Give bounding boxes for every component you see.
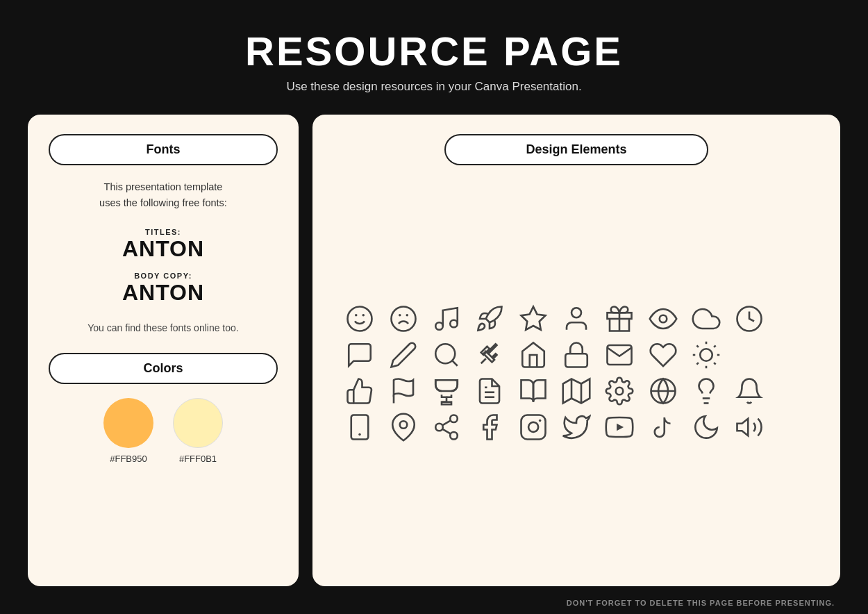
svg-rect-47 — [521, 415, 545, 440]
icon-person — [557, 304, 596, 333]
main-content: Fonts This presentation templateuses the… — [0, 108, 868, 593]
icon-music — [427, 304, 466, 333]
icon-youtube — [600, 413, 639, 442]
icon-facebook — [470, 413, 509, 442]
svg-marker-50 — [737, 419, 749, 436]
svg-line-45 — [442, 429, 451, 434]
icon-twitter — [557, 413, 596, 442]
design-elements-panel: Design Elements — [312, 115, 840, 586]
icon-rocket — [470, 304, 509, 333]
icon-placeholder-4 — [774, 376, 812, 406]
icon-thumbsup — [340, 376, 379, 406]
design-elements-badge: Design Elements — [444, 134, 708, 165]
icon-share — [427, 413, 466, 442]
svg-line-16 — [481, 358, 486, 363]
svg-marker-8 — [521, 307, 545, 330]
titles-font-name: ANTON — [122, 236, 204, 262]
svg-point-6 — [435, 322, 443, 330]
icon-mail — [600, 340, 639, 370]
icon-phone — [340, 413, 379, 442]
icon-flag — [383, 376, 422, 406]
svg-line-21 — [696, 345, 698, 347]
icon-moon — [687, 413, 726, 442]
color-circle-2 — [173, 398, 223, 448]
icon-sad — [383, 304, 422, 333]
color-swatch-2: #FFF0B1 — [173, 398, 223, 464]
icon-sun — [687, 340, 726, 370]
icon-search — [427, 340, 466, 370]
icon-globe — [644, 376, 683, 406]
svg-line-46 — [442, 420, 451, 425]
icon-pin — [470, 340, 509, 370]
svg-point-43 — [435, 424, 443, 431]
fonts-badge: Fonts — [49, 134, 278, 165]
icon-eye — [644, 304, 683, 333]
colors-badge: Colors — [49, 353, 278, 384]
icon-placeholder-1 — [774, 304, 812, 333]
svg-point-12 — [659, 315, 667, 323]
svg-point-14 — [435, 344, 455, 363]
icon-heart — [644, 340, 683, 370]
page-header: RESOURCE PAGE Use these design resources… — [245, 0, 623, 108]
svg-rect-28 — [442, 402, 451, 405]
svg-marker-49 — [617, 424, 624, 431]
icon-pencil — [383, 340, 422, 370]
footer: DON'T FORGET TO DELETE THIS PAGE BEFORE … — [0, 593, 868, 614]
icon-book — [513, 376, 552, 406]
icon-bulb — [687, 376, 726, 406]
color-swatches: #FFB950 #FFF0B1 — [49, 398, 278, 464]
svg-point-41 — [399, 421, 407, 429]
icon-bell — [730, 376, 769, 406]
svg-point-9 — [571, 308, 581, 317]
icon-instagram — [513, 413, 552, 442]
icon-home — [513, 340, 552, 370]
body-font-name: ANTON — [122, 280, 204, 306]
fonts-description: This presentation templateuses the follo… — [99, 179, 227, 211]
icon-location — [383, 413, 422, 442]
svg-line-22 — [714, 363, 715, 364]
icons-grid — [340, 179, 812, 567]
color-circle-1 — [103, 398, 153, 448]
icon-gift — [600, 304, 639, 333]
svg-rect-17 — [565, 354, 587, 367]
titles-label: TITLES: — [145, 228, 181, 236]
body-label: BODY COPY: — [134, 272, 192, 280]
icon-document — [470, 376, 509, 406]
fonts-panel: Fonts This presentation templateuses the… — [28, 115, 299, 586]
svg-point-42 — [450, 415, 458, 423]
color-swatch-1: #FFB950 — [103, 398, 153, 464]
icon-smile — [340, 304, 379, 333]
icon-settings — [600, 376, 639, 406]
svg-point-3 — [391, 307, 415, 331]
icon-placeholder-2 — [730, 340, 769, 370]
fonts-online-text: You can find these fonts online too. — [87, 322, 238, 333]
icon-tiktok — [644, 413, 683, 442]
color-label-2: #FFF0B1 — [179, 454, 217, 464]
svg-point-34 — [616, 388, 624, 395]
svg-line-25 — [696, 363, 698, 364]
icon-star — [513, 304, 552, 333]
colors-section: Colors #FFB950 #FFF0B1 — [49, 353, 278, 464]
icon-megaphone — [730, 413, 769, 442]
icon-map — [557, 376, 596, 406]
icon-clock — [730, 304, 769, 333]
svg-point-0 — [348, 307, 372, 331]
color-label-1: #FFB950 — [110, 454, 147, 464]
icon-placeholder-5 — [774, 413, 812, 442]
icon-lock — [557, 340, 596, 370]
svg-point-18 — [700, 349, 712, 361]
page-subtitle: Use these design resources in your Canva… — [245, 80, 623, 94]
svg-marker-31 — [563, 379, 590, 404]
svg-point-7 — [450, 320, 458, 328]
icon-trophy — [427, 376, 466, 406]
svg-line-15 — [452, 360, 458, 366]
svg-point-44 — [450, 432, 458, 440]
svg-line-26 — [714, 345, 715, 347]
page-title: RESOURCE PAGE — [245, 28, 623, 74]
footer-text: DON'T FORGET TO DELETE THIS PAGE BEFORE … — [567, 599, 835, 607]
icon-chat — [340, 340, 379, 370]
icon-cloud — [687, 304, 726, 333]
icon-placeholder-3 — [774, 340, 812, 370]
